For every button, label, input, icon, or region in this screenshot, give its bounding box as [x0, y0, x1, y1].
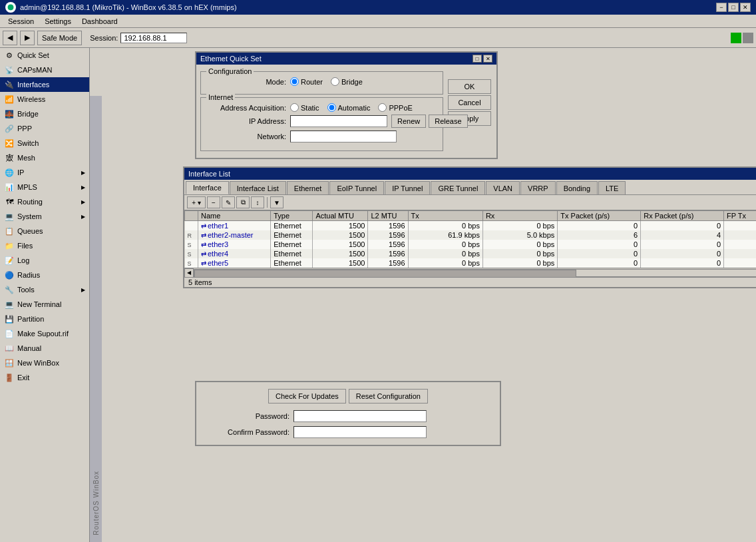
close-button[interactable]: ✕	[740, 3, 751, 12]
mode-bridge-radio[interactable]	[331, 77, 339, 86]
row-tx-pps: 0	[558, 240, 641, 249]
internet-group: Internet Address Acquisition: Static Aut…	[200, 97, 443, 151]
sidebar-item-ip[interactable]: 🌐 IP ▶	[0, 165, 89, 180]
horizontal-scrollbar[interactable]: ◀ ▶	[184, 268, 756, 277]
confirm-password-input[interactable]	[293, 426, 427, 438]
mode-bridge-option[interactable]: Bridge	[331, 77, 363, 86]
sidebar-item-log[interactable]: 📝 Log	[0, 253, 89, 268]
minimize-button[interactable]: −	[716, 3, 727, 12]
quickset-restore-button[interactable]: □	[472, 55, 482, 63]
row-tx-pps: 6	[558, 230, 641, 240]
sidebar-item-switch[interactable]: 🔀 Switch	[0, 136, 89, 150]
back-button[interactable]: ◀	[3, 31, 17, 45]
quickset-title: Ethemet Quick Set	[200, 55, 262, 63]
sidebar-item-tools[interactable]: 🔧 Tools ▶	[0, 282, 89, 297]
title-bar-left: admin@192.168.88.1 (MikroTik) - WinBox v…	[5, 2, 237, 13]
sidebar-item-mesh[interactable]: 🕸 Mesh	[0, 150, 89, 165]
sidebar-item-mpls[interactable]: 📊 MPLS ▶	[0, 180, 89, 194]
sidebar-item-bridge[interactable]: 🌉 Bridge	[0, 107, 89, 121]
row-actual-mtu: 1500	[313, 240, 368, 249]
addr-static-radio[interactable]	[290, 103, 299, 112]
password-input[interactable]	[293, 410, 427, 422]
mode-router-option[interactable]: Router	[290, 77, 323, 86]
sidebar-item-radius[interactable]: 🔵 Radius	[0, 268, 89, 282]
row-rx: 0 bps	[482, 258, 557, 268]
sidebar-item-queues[interactable]: 📋 Queues	[0, 224, 89, 238]
sidebar-item-files[interactable]: 📁 Files	[0, 238, 89, 253]
maximize-button[interactable]: □	[728, 3, 739, 12]
sidebar-item-exit[interactable]: 🚪 Exit	[0, 370, 89, 385]
remove-button[interactable]: −	[207, 196, 220, 208]
addr-static-option[interactable]: Static	[290, 103, 319, 112]
add-dropdown-button[interactable]: + ▾	[187, 196, 206, 208]
row-fp-tx: 0	[724, 258, 756, 268]
iface-title: Interface List	[188, 170, 230, 178]
sidebar-item-make-supout[interactable]: 📄 Make Supout.rif	[0, 326, 89, 341]
mode-router-radio[interactable]	[290, 77, 299, 86]
sidebar-item-routing[interactable]: 🗺 Routing ▶	[0, 194, 89, 209]
tab-gre-tunnel[interactable]: GRE Tunnel	[431, 181, 485, 194]
forward-button[interactable]: ▶	[20, 31, 35, 45]
sidebar-item-capsman[interactable]: 📡 CAPsMAN	[0, 63, 89, 77]
sidebar-item-interfaces[interactable]: 🔌 Interfaces	[0, 77, 89, 92]
sidebar-item-quick-set[interactable]: ⚙ Quick Set	[0, 48, 89, 63]
tab-ip-tunnel[interactable]: IP Tunnel	[385, 181, 430, 194]
filter-button[interactable]: ▼	[270, 196, 284, 208]
addr-pppoe-option[interactable]: PPPoE	[378, 103, 412, 112]
menu-dashboard[interactable]: Dashboard	[77, 16, 123, 27]
quickset-close-button[interactable]: ✕	[483, 55, 492, 63]
scroll-left-button[interactable]: ◀	[184, 268, 194, 278]
sidebar-item-new-winbox[interactable]: 🪟 New WinBox	[0, 356, 89, 370]
tab-vrrp[interactable]: VRRP	[520, 181, 556, 194]
table-row[interactable]: S ⇄ether5 Ethernet 1500 1596 0 bps 0 bps…	[185, 258, 757, 268]
edit-button[interactable]: ✎	[222, 196, 235, 208]
sidebar-label-log: Log	[17, 256, 29, 264]
check-updates-button[interactable]: Check For Updates	[268, 389, 346, 404]
table-row[interactable]: ⇄ether1 Ethernet 1500 1596 0 bps 0 bps 0…	[185, 221, 757, 231]
ok-button[interactable]: OK	[448, 79, 491, 94]
release-button[interactable]: Release	[429, 115, 467, 128]
sidebar-item-partition[interactable]: 💾 Partition	[0, 312, 89, 326]
reset-config-button[interactable]: Reset Configuration	[349, 389, 428, 404]
network-row: Network:	[206, 131, 437, 142]
sidebar-item-new-terminal[interactable]: 💻 New Terminal	[0, 297, 89, 312]
addr-acq-label: Address Acquisition:	[206, 104, 286, 112]
tab-interface[interactable]: Interface	[186, 181, 229, 194]
copy-button[interactable]: ⧉	[236, 196, 250, 208]
safe-mode-button[interactable]: Safe Mode	[37, 31, 82, 45]
cancel-button[interactable]: Cancel	[448, 95, 491, 110]
sidebar-item-system[interactable]: 💻 System ▶	[0, 209, 89, 224]
table-row[interactable]: S ⇄ether4 Ethernet 1500 1596 0 bps 0 bps…	[185, 249, 757, 258]
tab-vlan[interactable]: VLAN	[486, 181, 520, 194]
wireless-icon: 📶	[4, 94, 15, 105]
tab-interface-list[interactable]: Interface List	[230, 181, 286, 194]
addr-automatic-radio[interactable]	[327, 103, 336, 112]
new-terminal-icon: 💻	[4, 299, 15, 310]
addr-pppoe-radio[interactable]	[378, 103, 387, 112]
sidebar-item-wireless[interactable]: 📶 Wireless	[0, 92, 89, 107]
addr-pppoe-label: PPPoE	[389, 104, 412, 112]
addr-static-label: Static	[301, 104, 319, 112]
table-row[interactable]: R ⇄ether2-master Ethernet 1500 1596 61.9…	[185, 230, 757, 240]
tab-ethernet[interactable]: Ethernet	[287, 181, 329, 194]
network-input[interactable]	[290, 131, 397, 142]
menu-bar: Session Settings Dashboard	[0, 15, 756, 28]
tab-bonding[interactable]: Bonding	[556, 181, 598, 194]
tab-eoip-tunnel[interactable]: EoIP Tunnel	[329, 181, 384, 194]
addr-automatic-option[interactable]: Automatic	[327, 103, 371, 112]
table-header-row: Name Type Actual MTU L2 MTU Tx Rx Tx Pac…	[185, 211, 757, 221]
config-group-label: Configuration	[206, 67, 254, 75]
sort-button[interactable]: ↕	[251, 196, 264, 208]
menu-session[interactable]: Session	[3, 16, 39, 27]
renew-button[interactable]: Renew	[391, 115, 426, 128]
scroll-thumb[interactable]	[194, 270, 576, 278]
table-row[interactable]: S ⇄ether3 Ethernet 1500 1596 0 bps 0 bps…	[185, 240, 757, 249]
tab-lte[interactable]: LTE	[598, 181, 626, 194]
menu-settings[interactable]: Settings	[39, 16, 77, 27]
session-ip[interactable]: 192.168.88.1	[120, 33, 187, 43]
iface-arrow-icon: ⇄	[201, 260, 206, 267]
sidebar-item-ppp[interactable]: 🔗 PPP	[0, 121, 89, 136]
sidebar-item-manual[interactable]: 📖 Manual	[0, 341, 89, 356]
password-form: Password: Confirm Password:	[203, 410, 493, 438]
ip-address-input[interactable]	[290, 115, 387, 127]
